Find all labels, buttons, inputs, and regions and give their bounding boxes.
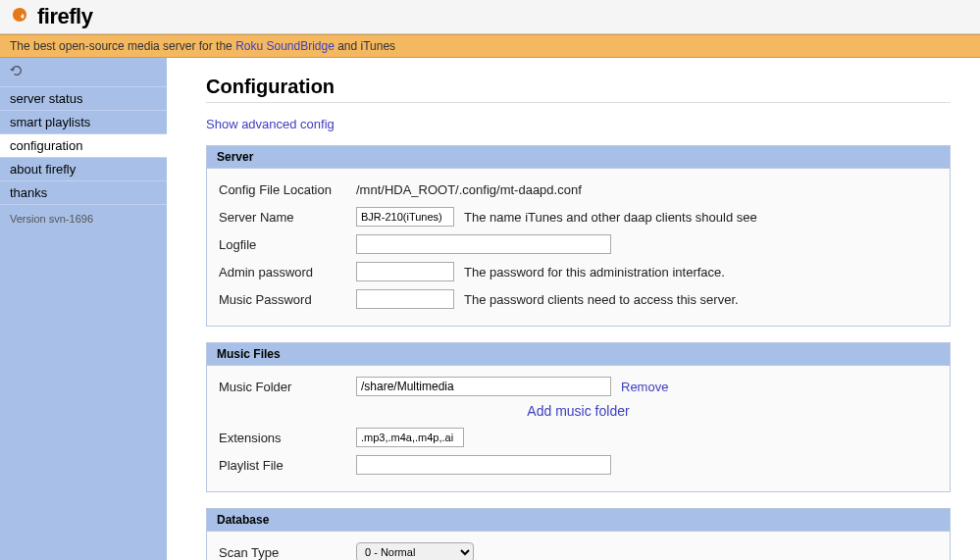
sidebar-item-about-firefly[interactable]: about firefly	[0, 158, 167, 181]
server-name-hint: The name iTunes and other daap clients s…	[464, 210, 757, 225]
sidebar-item-smart-playlists[interactable]: smart playlists	[0, 111, 167, 134]
firefly-logo-icon	[8, 5, 31, 28]
config-file-label: Config File Location	[219, 182, 356, 197]
refresh-icon	[10, 64, 24, 77]
scan-type-label: Scan Type	[219, 545, 356, 560]
remove-folder-link[interactable]: Remove	[621, 380, 668, 394]
tagline: The best open-source media server for th…	[0, 34, 980, 58]
music-pw-hint: The password clients need to access this…	[464, 292, 739, 307]
page-title: Configuration	[206, 76, 951, 103]
logo: firefly	[8, 4, 972, 29]
tagline-link[interactable]: Roku SoundBridge	[235, 39, 335, 53]
section-database: Database Scan Type 0 - Normal Rescan Int…	[206, 508, 951, 560]
extensions-input[interactable]	[356, 428, 464, 447]
section-music-files-header: Music Files	[207, 343, 950, 366]
main-content: Configuration Show advanced config Serve…	[167, 58, 980, 560]
admin-pw-hint: The password for this administration int…	[464, 265, 725, 280]
logo-text: firefly	[37, 4, 92, 29]
sidebar-item-thanks[interactable]: thanks	[0, 181, 167, 205]
sidebar-item-server-status[interactable]: server status	[0, 87, 167, 111]
music-pw-input[interactable]	[356, 289, 454, 309]
tagline-pre: The best open-source media server for th…	[10, 39, 235, 53]
header: firefly	[0, 0, 980, 34]
server-name-input[interactable]	[356, 207, 454, 227]
playlist-label: Playlist File	[219, 458, 356, 473]
advanced-config-link[interactable]: Show advanced config	[206, 117, 335, 131]
section-server-header: Server	[207, 146, 950, 169]
extensions-label: Extensions	[219, 431, 356, 445]
add-folder-link[interactable]: Add music folder	[219, 403, 938, 419]
sidebar: server status smart playlists configurat…	[0, 58, 167, 560]
sidebar-refresh[interactable]	[0, 58, 167, 87]
server-name-label: Server Name	[219, 210, 356, 225]
sidebar-version: Version svn-1696	[0, 205, 167, 232]
config-file-value: /mnt/HDA_ROOT/.config/mt-daapd.conf	[356, 182, 582, 197]
music-pw-label: Music Password	[219, 292, 356, 307]
section-database-header: Database	[207, 509, 950, 532]
logfile-input[interactable]	[356, 234, 611, 254]
section-music-files: Music Files Music Folder Remove Add musi…	[206, 342, 951, 492]
section-server: Server Config File Location /mnt/HDA_ROO…	[206, 145, 951, 327]
admin-pw-input[interactable]	[356, 262, 454, 281]
admin-pw-label: Admin password	[219, 265, 356, 280]
sidebar-item-configuration[interactable]: configuration	[0, 134, 167, 158]
tagline-post: and iTunes	[335, 39, 395, 53]
music-folder-input[interactable]	[356, 377, 611, 396]
scan-type-select[interactable]: 0 - Normal	[356, 542, 474, 560]
music-folder-label: Music Folder	[219, 380, 356, 394]
playlist-input[interactable]	[356, 455, 611, 475]
logfile-label: Logfile	[219, 237, 356, 252]
